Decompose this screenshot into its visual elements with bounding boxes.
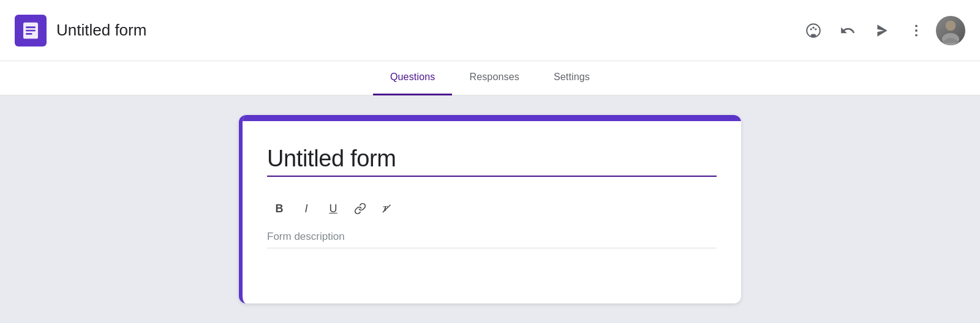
form-card: B I U T: [239, 115, 741, 303]
avatar-image: [936, 16, 965, 45]
form-title-input[interactable]: [267, 146, 717, 177]
svg-point-5: [810, 28, 812, 30]
svg-point-11: [915, 34, 918, 36]
clear-format-icon: T: [381, 202, 393, 215]
svg-point-10: [915, 29, 918, 32]
palette-button[interactable]: [799, 16, 828, 45]
form-description-input[interactable]: [267, 231, 717, 248]
app-icon: [15, 15, 47, 46]
header-right: [799, 16, 965, 45]
bold-button[interactable]: B: [267, 196, 292, 221]
form-title-wrapper: [267, 146, 717, 177]
svg-point-14: [946, 21, 956, 31]
send-icon: [874, 23, 890, 39]
undo-button[interactable]: [833, 16, 862, 45]
app-header: Untitled form: [0, 0, 980, 61]
card-content: B I U T: [243, 121, 741, 268]
clear-format-button[interactable]: T: [375, 196, 399, 221]
svg-marker-8: [877, 24, 887, 37]
palette-icon: [805, 23, 821, 39]
header-form-title: Untitled form: [56, 21, 146, 40]
tab-questions[interactable]: Questions: [373, 61, 452, 95]
underline-button[interactable]: U: [321, 196, 345, 221]
tab-settings[interactable]: Settings: [537, 61, 607, 95]
svg-point-7: [815, 28, 816, 30]
tabs-bar: Questions Responses Settings: [0, 61, 980, 95]
card-accent-bar: [243, 115, 741, 121]
more-icon: [908, 23, 924, 39]
format-toolbar: B I U T: [267, 191, 717, 231]
more-options-button[interactable]: [902, 16, 931, 45]
link-icon: [354, 202, 366, 215]
undo-icon: [840, 23, 856, 39]
svg-point-6: [812, 26, 814, 28]
link-button[interactable]: [348, 196, 372, 221]
svg-point-9: [915, 24, 918, 27]
italic-button[interactable]: I: [294, 196, 318, 221]
header-left: Untitled form: [15, 15, 799, 46]
user-avatar[interactable]: [936, 16, 965, 45]
form-description-wrapper: [267, 231, 717, 248]
send-button[interactable]: [867, 16, 897, 45]
content-area: B I U T: [0, 95, 980, 323]
tab-responses[interactable]: Responses: [452, 61, 537, 95]
